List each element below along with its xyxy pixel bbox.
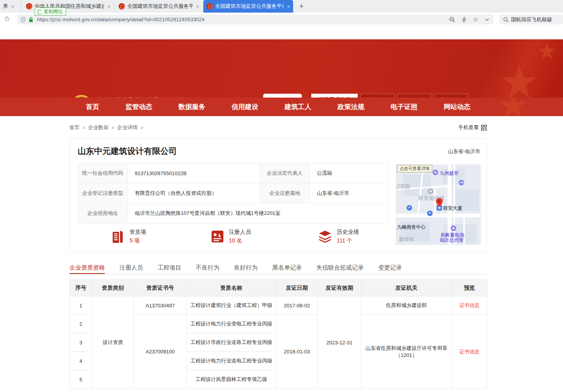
qr-mini-icon [481, 125, 487, 131]
nav-data-service[interactable]: 数据服务 [178, 98, 205, 116]
tab-change-records[interactable]: 变更记录 [378, 262, 402, 274]
tab-dishonesty[interactable]: 失信联合惩戒记录 [316, 262, 364, 274]
breadcrumb-home[interactable]: 首页 [69, 124, 80, 131]
search-icon [503, 17, 509, 22]
field-label: 企业经营地址 [78, 203, 128, 224]
tab-close-icon[interactable]: × [196, 4, 199, 9]
tab-qualifications[interactable]: 企业资质资格 [69, 262, 105, 274]
map-label: 临沂总代理 [440, 237, 463, 244]
tab-separator [21, 3, 21, 9]
history-layers-icon [318, 230, 332, 243]
breadcrumb-company-detail[interactable]: 企业详情 [117, 124, 137, 131]
qualification-name-cell: 工程设计电力行业送电工程专业丙级 [187, 352, 276, 370]
location-pin-icon[interactable] [436, 198, 443, 207]
tab-separator [114, 3, 114, 9]
registration-type-value: 有限责任公司（自然人投资或控股） [128, 183, 260, 203]
search-tab-credit[interactable]: 诚信记录 [434, 94, 468, 98]
nav-workers[interactable]: 建筑工人 [284, 98, 311, 116]
map-label: 九峰商务中心 [397, 224, 426, 231]
nav-supervision[interactable]: 监管动态 [126, 98, 152, 116]
parking-poi-icon[interactable]: P [407, 205, 412, 211]
tab-close-icon[interactable]: × [11, 4, 15, 9]
parking-poi-icon[interactable]: P [427, 211, 433, 216]
column-header: 预览 [452, 280, 487, 296]
supermarket-poi-icon[interactable]: ▣ [433, 170, 438, 175]
browser-tab-active[interactable]: 全国建筑市场监管公共服务平台 × [203, 0, 293, 13]
column-header: 发证机关 [361, 280, 452, 296]
map-road [463, 217, 465, 245]
column-header: 发证有效期 [318, 280, 361, 296]
site-favicon [26, 3, 32, 9]
tab-registered-personnel[interactable]: 注册人员 [119, 262, 143, 274]
atm-poi-icon[interactable]: ATM [459, 180, 464, 185]
browser-search-box[interactable]: 国航回应飞机颠簸 [500, 15, 563, 24]
seq-cell: 2 [70, 315, 92, 333]
map-label: 记花园 [396, 183, 410, 190]
cert-no-cell: A237009100 [134, 315, 187, 389]
tab-close-icon[interactable]: × [107, 4, 110, 9]
table-header-row: 序号 资质类别 资质证书号 资质名称 发证日期 发证有效期 发证机关 预览 [70, 280, 487, 296]
qualification-name-cell: 工程设计建筑行业（建筑工程）甲级 [187, 296, 276, 315]
certificate-info-link[interactable]: 证书信息 [452, 315, 487, 389]
qualification-name-cell: 工程设计市政行业道路工程专业丙级 [187, 333, 276, 352]
location-map[interactable]: 点击可查看详情 ▣ 九州超市 ATM 记花园 ▦ 联安现代城 ▦ 联安大厦 P … [396, 165, 481, 245]
stat-track-record[interactable]: 历史业绩111 个 [318, 229, 359, 244]
mobile-view-link[interactable]: 手机查看 [458, 124, 487, 131]
tab-bad-behavior[interactable]: 不良行为 [196, 262, 219, 274]
credit-code-value: 91371302675501022B [128, 163, 260, 183]
field-label: 统一社会信用代码 [78, 163, 128, 183]
url-text[interactable]: https://jzsc.mohurd.gov.cn/data/company/… [37, 17, 204, 22]
seq-cell: 1 [70, 296, 92, 315]
table-row: 企业经营地址 临沂市兰山区陶然路107号星河晶都（联安）现代城1号楼2201室 [78, 203, 388, 224]
certificate-info-link[interactable]: 证书信息 [452, 296, 487, 315]
nav-credit[interactable]: 信用建设 [232, 98, 258, 116]
nav-policy[interactable]: 政策法规 [338, 98, 364, 116]
cert-no-cell: A137030497 [134, 296, 187, 315]
search-tab-enterprise[interactable]: 建设工程企业 [311, 94, 358, 98]
qualification-name-cell: 工程设计风景园林工程专项乙级 [187, 370, 276, 389]
tab-projects[interactable]: 工程项目 [158, 262, 181, 274]
tab-title: 全国建筑市场监管公共服务平台 [215, 3, 284, 10]
nav-home[interactable]: 首页 [86, 98, 99, 116]
decorative-star-icon [499, 98, 527, 116]
tab-blacklist[interactable]: 黑名单记录 [272, 262, 302, 274]
stat-registered-personnel[interactable]: 注册人员10 名 [211, 229, 251, 244]
seq-cell: 5 [70, 370, 92, 389]
personnel-certificate-icon [211, 230, 224, 243]
column-header: 资质类别 [92, 280, 134, 296]
tab-good-behavior[interactable]: 良好行为 [234, 262, 258, 274]
stat-value: 10 名 [229, 237, 251, 244]
legal-person-value: 公茂福 [310, 163, 388, 183]
business-address-value: 临沂市兰山区陶然路107号星河晶都（联安）现代城1号楼2201室 [128, 203, 388, 224]
table-row: 1 设计资质 A137030497 工程设计建筑行业（建筑工程）甲级 2017-… [70, 296, 487, 315]
browser-tab-jzsc[interactable]: 全国建筑市场监管公共服务平台 × [115, 0, 202, 13]
stat-value: 5 项 [130, 237, 146, 244]
copy-url-tooltip[interactable]: 复制网址 [35, 7, 66, 16]
tab-close-icon[interactable]: × [287, 4, 290, 9]
https-lock-icon[interactable] [29, 17, 33, 22]
decorative-star-icon [501, 64, 537, 98]
search-tab-project[interactable]: 建设项目 [397, 94, 431, 98]
site-favicon [206, 3, 213, 9]
nav-e-license[interactable]: 电子证照 [390, 98, 417, 116]
address-bar[interactable]: https://jzsc.mohurd.gov.cn/data/company/… [17, 15, 493, 24]
favorite-star-icon[interactable]: ☆ [473, 16, 478, 23]
field-label: 企业法定代表人 [260, 163, 310, 183]
chevron-down-icon[interactable] [485, 18, 489, 21]
seq-cell: 3 [70, 333, 92, 352]
browser-tab-partial[interactable]: 界 × [0, 0, 19, 13]
new-tab-button[interactable]: + [296, 2, 307, 11]
shield-icon[interactable] [20, 17, 26, 22]
bookmark-star-icon[interactable]: ☆ [4, 14, 10, 23]
header-search-widget: 建设工程企业 从业人员 建设项目 诚信记录 搜索 [311, 94, 487, 98]
search-tab-personnel[interactable]: 从业人员 [360, 94, 394, 98]
building-poi-icon[interactable]: ▦ [428, 189, 433, 194]
zoom-out-icon[interactable] [449, 17, 455, 23]
nav-site-news[interactable]: 网站动态 [444, 98, 470, 116]
battery-shop-poi-icon[interactable]: ▣ [451, 226, 456, 231]
tab-title: 界 [3, 3, 8, 10]
column-header: 序号 [70, 280, 92, 296]
breadcrumb-company-data[interactable]: 企业数据 [88, 124, 109, 131]
lightning-icon[interactable] [462, 17, 466, 23]
stat-qualifications[interactable]: 资质项5 项 [111, 229, 146, 244]
